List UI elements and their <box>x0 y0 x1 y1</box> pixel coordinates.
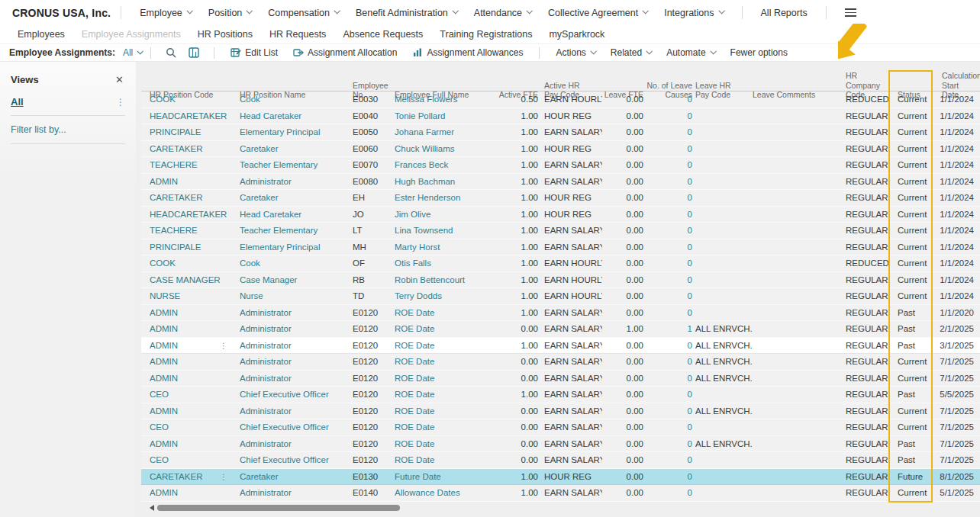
cell-leave-causes[interactable]: 0 <box>646 455 695 464</box>
table-row[interactable]: ADMINAdministratorE0120ROE Date0.00EARN … <box>141 436 980 453</box>
views-item-all[interactable]: All ⋮ <box>11 96 125 116</box>
cell-active-pay[interactable]: EARN SALARY <box>541 455 602 464</box>
cell-emp-name[interactable]: Jim Olive <box>395 210 488 219</box>
cell-active-pay[interactable]: HOUR REG <box>541 193 602 202</box>
cell-emp-name[interactable]: Lina Townsend <box>395 226 488 235</box>
cell-active-fte[interactable]: 0.00 <box>488 406 541 416</box>
scrollbar-thumb[interactable] <box>157 505 400 511</box>
cell-status[interactable]: Current <box>890 210 930 219</box>
cell-active-pay[interactable]: EARN SALARY <box>541 374 602 383</box>
table-row[interactable]: ADMINAdministratorE0120ROE Date0.00EARN … <box>141 354 980 371</box>
cell-active-pay[interactable]: EARN SALARY <box>541 242 602 252</box>
cell-calc-date[interactable]: 1/1/2024 <box>930 258 977 268</box>
cell-leave-causes[interactable]: 0 <box>646 291 695 300</box>
cell-emp-no[interactable]: JO <box>353 210 395 219</box>
cell-company-code[interactable]: REGULAR <box>843 226 890 235</box>
cell-emp-no[interactable]: E0050 <box>353 127 395 136</box>
cell-company-code[interactable]: REDUCED <box>843 95 890 104</box>
cell-calc-date[interactable]: 5/1/2025 <box>930 488 977 497</box>
cell-calc-date[interactable]: 7/1/2025 <box>930 422 977 432</box>
automate-menu[interactable]: Automate <box>659 47 722 58</box>
cell-status[interactable]: Current <box>890 193 930 202</box>
cell-leave-causes[interactable]: 0 <box>646 275 695 284</box>
cell-status[interactable]: Current <box>890 95 930 104</box>
cell-pos-name[interactable]: Chief Executive Officer <box>240 455 353 464</box>
cell-active-pay[interactable]: EARN SALARY <box>541 127 602 136</box>
cell-leave-causes[interactable]: 0 <box>646 406 695 416</box>
cell-company-code[interactable]: REGULAR <box>843 439 890 448</box>
cell-company-code[interactable]: REGULAR <box>843 160 890 169</box>
top-menu-benefit-administration[interactable]: Benefit Administration <box>347 8 466 18</box>
cell-pos-code[interactable]: HEADCARETAKER <box>150 210 240 219</box>
views-item-label[interactable]: All <box>11 96 24 108</box>
cell-pos-code[interactable]: ADMIN <box>150 324 240 333</box>
cell-status[interactable]: Current <box>890 144 930 153</box>
cell-active-pay[interactable]: EARN SALARY <box>541 439 602 448</box>
cell-leave-pay[interactable]: ALL ENRVCH... <box>695 324 753 333</box>
cell-pos-name[interactable]: Administrator <box>240 308 353 317</box>
cell-calc-date[interactable]: 2/1/2025 <box>930 324 977 333</box>
cell-leave-pay[interactable]: ALL ENRVCH... <box>695 406 753 416</box>
cell-active-fte[interactable]: 1.00 <box>488 488 541 497</box>
related-menu[interactable]: Related <box>603 47 659 58</box>
cell-status[interactable]: Current <box>890 242 930 252</box>
cell-emp-no[interactable]: E0120 <box>353 390 395 399</box>
cell-active-pay[interactable]: EARN HOURLY <box>541 291 602 300</box>
table-row[interactable]: PRINCIPALEElementary PrincipalMHMarty Ho… <box>141 239 980 256</box>
cell-leave-causes[interactable]: 0 <box>646 472 695 481</box>
cell-status[interactable]: Current <box>890 226 930 235</box>
assignment-allocation-button[interactable]: Assignment Allocation <box>285 47 405 58</box>
cell-leave-fte[interactable]: 0.00 <box>602 258 646 268</box>
cell-pos-name[interactable]: Administrator <box>240 357 353 366</box>
cell-status[interactable]: Current <box>890 291 930 300</box>
cell-emp-no[interactable]: E0080 <box>353 177 395 186</box>
cell-emp-name[interactable]: Allowance Dates <box>395 488 488 497</box>
table-row[interactable]: TEACHERETeacher ElementaryE0070Frances B… <box>141 157 980 174</box>
cell-active-fte[interactable]: 1.00 <box>488 226 541 235</box>
cell-company-code[interactable]: REGULAR <box>843 324 890 333</box>
cell-emp-no[interactable]: EH <box>353 193 395 202</box>
cell-leave-fte[interactable]: 0.00 <box>602 275 646 284</box>
edit-list-button[interactable]: Edit List <box>223 47 285 58</box>
cell-company-code[interactable]: REGULAR <box>843 111 890 120</box>
cell-status[interactable]: Future <box>890 472 930 481</box>
cell-leave-fte[interactable]: 0.00 <box>602 308 646 317</box>
cell-emp-no[interactable]: E0140 <box>353 488 395 497</box>
cell-leave-causes[interactable]: 0 <box>646 488 695 497</box>
cell-pos-code[interactable]: ADMIN <box>150 406 240 416</box>
cell-company-code[interactable]: REGULAR <box>843 390 890 399</box>
cell-company-code[interactable]: REGULAR <box>843 177 890 186</box>
cell-active-fte[interactable]: 0.00 <box>488 374 541 383</box>
cell-status[interactable]: Current <box>890 177 930 186</box>
cell-leave-fte[interactable]: 0.00 <box>602 242 646 252</box>
cell-emp-name[interactable]: Ester Henderson <box>395 193 488 202</box>
cell-pos-code[interactable]: PRINCIPALE <box>150 242 240 252</box>
cell-status[interactable]: Past <box>890 455 930 464</box>
cell-pos-code[interactable]: COOK <box>150 95 240 104</box>
cell-emp-no[interactable]: E0130 <box>353 472 395 481</box>
cell-status[interactable]: Past <box>890 324 930 333</box>
cell-active-fte[interactable]: 1.00 <box>488 127 541 136</box>
cell-emp-no[interactable]: E0120 <box>353 374 395 383</box>
fewer-options-button[interactable]: Fewer options <box>723 47 795 58</box>
cell-pos-code[interactable]: CARETAKER <box>150 193 240 202</box>
cell-pos-code[interactable]: CEO <box>150 455 240 464</box>
cell-emp-name[interactable]: Terry Dodds <box>395 291 488 300</box>
cell-leave-causes[interactable]: 0 <box>646 242 695 252</box>
cell-pos-code[interactable]: TEACHERE <box>150 160 240 169</box>
cell-status[interactable]: Past <box>890 308 930 317</box>
cell-leave-fte[interactable]: 0.00 <box>602 144 646 153</box>
table-row[interactable]: ADMINAdministratorE0120ROE Date0.00EARN … <box>141 403 980 420</box>
cell-calc-date[interactable]: 1/1/2020 <box>930 308 977 317</box>
cell-leave-fte[interactable]: 0.00 <box>602 291 646 300</box>
cell-pos-name[interactable]: Caretaker <box>240 193 353 202</box>
cell-emp-name[interactable]: Tonie Pollard <box>395 111 488 120</box>
cell-company-code[interactable]: REGULAR <box>843 291 890 300</box>
cell-emp-no[interactable]: E0070 <box>353 160 395 169</box>
cell-company-code[interactable]: REGULAR <box>843 472 890 481</box>
cell-leave-causes[interactable]: 0 <box>646 308 695 317</box>
cell-pos-name[interactable]: Administrator <box>240 324 353 333</box>
tab-absence-requests[interactable]: Absence Requests <box>334 29 431 40</box>
cell-leave-causes[interactable]: 0 <box>646 258 695 268</box>
cell-pos-name[interactable]: Administrator <box>240 439 353 448</box>
